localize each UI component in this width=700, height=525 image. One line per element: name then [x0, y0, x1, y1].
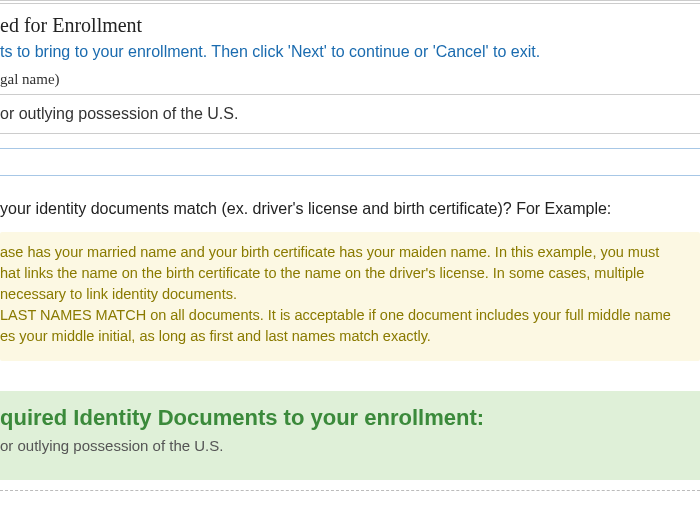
warning-line: ase has your married name and your birth… [0, 242, 686, 263]
dashed-divider [0, 490, 700, 491]
location-text: or outlying possession of the U.S. [0, 95, 700, 133]
warning-line: necessary to link identity documents. [0, 284, 686, 305]
required-docs-subtext: or outlying possession of the U.S. [0, 437, 700, 454]
instructions-text: ts to bring to your enrollment. Then cli… [0, 43, 700, 71]
required-docs-box: quired Identity Documents to your enroll… [0, 391, 700, 480]
warning-line: hat links the name on the birth certific… [0, 263, 686, 284]
identity-match-question: your identity documents match (ex. drive… [0, 176, 700, 232]
empty-blue-band [0, 148, 700, 176]
warning-line: es your middle initial, as long as first… [0, 326, 686, 347]
warning-line: LAST NAMES MATCH on all documents. It is… [0, 305, 686, 326]
warning-box: ase has your married name and your birth… [0, 232, 700, 361]
required-docs-heading: quired Identity Documents to your enroll… [0, 405, 700, 437]
page-title: ed for Enrollment [0, 4, 700, 43]
divider [0, 133, 700, 134]
legal-name-label: gal name) [0, 71, 700, 94]
